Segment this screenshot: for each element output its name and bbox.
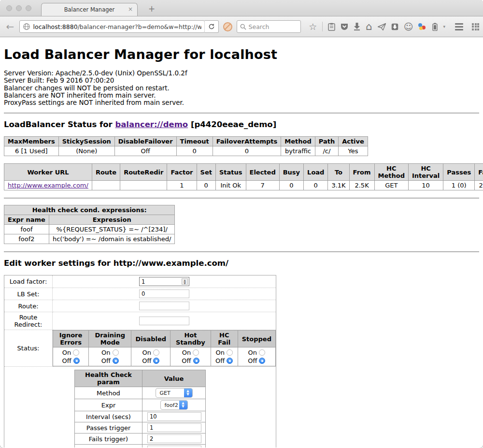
globe-icon	[23, 23, 30, 30]
lb-set-label: LB Set:	[4, 288, 53, 300]
divider	[4, 198, 479, 199]
back-button[interactable]: ←	[4, 20, 16, 33]
server-built-line: Server Built: Feb 9 2016 07:00:20	[4, 77, 479, 84]
off-label: Off	[182, 357, 191, 364]
table-header-row: Worker URL Route RouteRedir Factor Set S…	[4, 164, 483, 181]
cell-passes: 1 (0)	[443, 181, 475, 190]
col-set: Set	[197, 164, 215, 181]
col-disabled: Disabled	[131, 331, 170, 347]
status-label: Status:	[4, 330, 53, 367]
lb-set-input[interactable]	[139, 289, 189, 298]
off-label: Off	[215, 357, 225, 364]
cell-method: bytraffic	[281, 146, 315, 156]
toolbar-separator	[322, 22, 323, 31]
col-maxmembers: MaxMembers	[4, 137, 59, 146]
balancer-status-table: MaxMembers StickySession DisableFailover…	[4, 136, 368, 156]
menu-hamburger-icon[interactable]	[455, 23, 463, 30]
col-hc-param: Health Check param	[75, 370, 142, 387]
clipboard-icon[interactable]	[328, 23, 335, 31]
number-spinner-icon[interactable]: ▲▼	[182, 278, 188, 285]
hc-expr-row: Expr foof2▲▼	[75, 399, 206, 411]
apps-grid-icon[interactable]	[472, 23, 479, 30]
table-row: foof %{REQUEST_STATUS} =~ /^[234]/	[4, 225, 175, 234]
proxypass-notice-line: ProxyPass settings are NOT inherited fro…	[4, 99, 479, 106]
stopped-on-radio[interactable]	[259, 349, 265, 356]
hc-fails-label: Fails trigger)	[75, 434, 142, 445]
balancer-demo-link[interactable]: balancer://demo	[115, 120, 188, 129]
hc-expr-select[interactable]: foof2▲▼	[160, 400, 188, 410]
send-icon[interactable]	[378, 23, 386, 30]
loadbalancer-status-heading: LoadBalancer Status for balancer://demo …	[4, 120, 479, 129]
cell-load: 0	[304, 181, 328, 190]
search-bar[interactable]	[237, 20, 301, 33]
bookmark-star-icon[interactable]: ☆	[309, 22, 317, 31]
pocket-icon[interactable]	[341, 23, 348, 30]
draining-mode-on-radio[interactable]	[113, 349, 119, 356]
table-header-row: MaxMembers StickySession DisableFailover…	[4, 137, 368, 146]
health-check-param-table: Health Check param Value Method GET▲▼ Ex…	[74, 370, 206, 448]
window-minimize-button[interactable]	[16, 5, 22, 11]
col-stickysession: StickySession	[58, 137, 114, 146]
hc-interval-input[interactable]	[147, 412, 201, 421]
hc-fails-row: Fails trigger)	[75, 434, 206, 445]
hc-passes-input[interactable]	[147, 423, 201, 432]
cell-set: 0	[197, 181, 215, 190]
route-redirect-input[interactable]	[139, 317, 189, 325]
table-row: 6 [1 Used] (None) Off 0 0 bytraffic /c/ …	[4, 146, 368, 156]
hc-fails-input[interactable]	[147, 434, 201, 443]
hc-method-select[interactable]: GET▲▼	[156, 388, 193, 398]
worker-url-link[interactable]: http://www.example.com/	[8, 182, 88, 189]
route-redirect-row: Route Redirect:	[4, 312, 276, 330]
home-icon[interactable]: ⌂	[366, 22, 372, 32]
draining-mode-off-radio[interactable]	[113, 358, 119, 364]
col-route: Route	[92, 164, 120, 181]
route-input[interactable]	[139, 302, 189, 310]
content-blocked-icon[interactable]	[223, 22, 232, 31]
hc-interval-label: Interval (secs)	[75, 411, 142, 422]
hot-standby-off-radio[interactable]	[193, 358, 199, 364]
url-bar[interactable]: localhost:8880/balancer-manager?b=demo&w…	[19, 20, 205, 33]
divider	[4, 251, 479, 252]
tab-balancer-manager[interactable]: Balancer Manager ×	[41, 3, 138, 16]
hot-standby-on-radio[interactable]	[193, 349, 199, 356]
col-failoverattempts: FailoverAttempts	[213, 137, 281, 146]
new-tab-button[interactable]: +	[148, 4, 155, 14]
hc-method-value: GET	[156, 390, 184, 396]
download-icon[interactable]	[354, 23, 360, 30]
window-controls	[6, 5, 31, 11]
battery-icon[interactable]	[432, 23, 438, 31]
disabled-on-radio[interactable]	[153, 349, 159, 356]
ignore-errors-on-radio[interactable]	[73, 349, 79, 356]
hc-fail-off-radio[interactable]	[227, 358, 233, 364]
cell-from: 2.5K	[349, 181, 374, 190]
off-label: Off	[142, 357, 151, 364]
tab-close-icon[interactable]: ×	[128, 6, 133, 13]
chat-smiley-icon[interactable]: ☺	[404, 22, 413, 31]
ignore-errors-off-radio[interactable]	[73, 358, 80, 364]
stopped-off-radio[interactable]	[259, 358, 265, 364]
window-close-button[interactable]	[6, 5, 12, 11]
cell-to: 3.1K	[328, 181, 349, 190]
cell-stickysession: (None)	[58, 146, 114, 156]
reload-button[interactable]	[204, 20, 218, 33]
status-cell-stopped: On Off	[238, 347, 275, 366]
cell-active: Yes	[339, 146, 368, 156]
cell-disablefailover: Off	[114, 146, 176, 156]
colored-dots-icon[interactable]	[418, 23, 427, 30]
save-to-device-icon[interactable]	[391, 23, 398, 30]
col-ignore-errors: Ignore Errors	[53, 331, 89, 347]
hc-uri-input[interactable]	[147, 446, 201, 448]
cell-path: /c/	[315, 146, 338, 156]
toolbar-icons: ☆ ⌂ ☺ ▾	[309, 22, 445, 32]
chevron-down-icon[interactable]: ▾	[443, 24, 445, 29]
disabled-off-radio[interactable]	[153, 358, 159, 364]
on-label: On	[62, 349, 71, 356]
col-stopped: Stopped	[238, 331, 275, 347]
cell-routeredir	[120, 181, 167, 190]
on-label: On	[182, 349, 191, 356]
hc-fail-on-radio[interactable]	[227, 349, 233, 356]
col-hot-standby: Hot Standby	[170, 331, 211, 347]
status-cell-hot-standby: On Off	[170, 347, 211, 366]
search-input[interactable]	[249, 23, 295, 30]
window-zoom-button[interactable]	[26, 5, 31, 11]
